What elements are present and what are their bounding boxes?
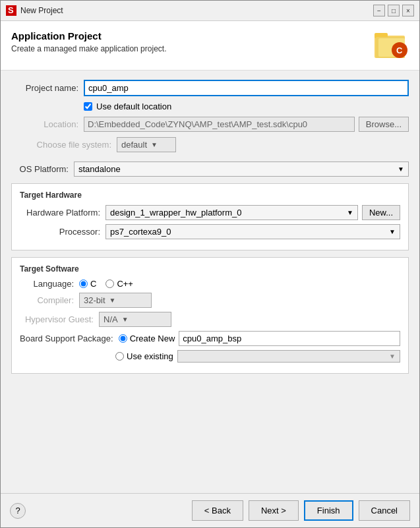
bsp-create-new-row: Board Support Package: Create New [20, 331, 400, 346]
target-software-section: Target Software Language: C C++ Com [11, 257, 409, 374]
hypervisor-arrow: ▼ [122, 316, 129, 323]
header-title: Application Project [11, 30, 166, 42]
filesystem-row: Choose file system: default ▼ [11, 137, 409, 152]
new-hardware-button[interactable]: New... [362, 205, 400, 220]
location-input [84, 117, 355, 132]
use-existing-arrow: ▼ [389, 353, 396, 360]
compiler-row: Compiler: 32-bit ▼ [20, 293, 400, 308]
language-c-option[interactable]: C [79, 279, 96, 289]
new-project-window: S New Project − □ × Application Project … [0, 0, 420, 528]
language-radio-group: C C++ [79, 279, 133, 289]
compiler-label: Compiler: [20, 295, 79, 305]
bsp-label: Board Support Package: [20, 334, 119, 343]
use-existing-label: Use existing [127, 351, 173, 361]
hardware-platform-label: Hardware Platform: [20, 208, 105, 218]
project-name-row: Project name: [11, 80, 409, 96]
compiler-arrow: ▼ [109, 297, 116, 304]
bsp-name-input[interactable] [179, 331, 400, 346]
hardware-platform-value: design_1_wrapper_hw_platform_0 [110, 208, 241, 218]
bsp-use-existing-row: Use existing ▼ [20, 350, 400, 363]
footer: ? < Back Next > Finish Cancel [1, 493, 419, 527]
language-cpp-option[interactable]: C++ [105, 279, 133, 289]
next-button[interactable]: Next > [249, 500, 299, 521]
os-platform-row: OS Platform: standalone ▼ [11, 161, 409, 177]
use-default-location-checkbox[interactable] [84, 102, 92, 111]
hypervisor-label: Hypervisor Guest: [20, 314, 99, 324]
filesystem-label: Choose file system: [11, 140, 117, 150]
language-cpp-radio[interactable] [105, 279, 114, 288]
content-area: Project name: Use default location Locat… [1, 71, 419, 493]
create-new-option[interactable]: Create New [119, 334, 175, 343]
header-left: Application Project Create a managed mak… [11, 30, 166, 53]
os-platform-value: standalone [78, 164, 121, 174]
hypervisor-row: Hypervisor Guest: N/A ▼ [20, 312, 400, 327]
filesystem-dropdown[interactable]: default ▼ [117, 137, 176, 152]
use-existing-dropdown[interactable]: ▼ [177, 350, 400, 363]
back-button[interactable]: < Back [192, 500, 243, 521]
create-new-label: Create New [130, 334, 175, 343]
project-name-input[interactable] [84, 80, 409, 96]
folder-c-icon: C [375, 30, 409, 62]
hypervisor-value: N/A [104, 314, 118, 324]
create-new-radio[interactable] [119, 334, 127, 343]
processor-arrow: ▼ [389, 228, 396, 235]
help-button[interactable]: ? [10, 503, 26, 519]
language-c-label: C [90, 279, 96, 289]
svg-text:C: C [396, 45, 403, 55]
use-existing-option[interactable]: Use existing [115, 351, 173, 361]
filesystem-value: default [121, 140, 147, 150]
target-hardware-section: Target Hardware Hardware Platform: desig… [11, 183, 409, 250]
language-row: Language: C C++ [20, 279, 400, 289]
header-icon-area: C [375, 30, 409, 62]
os-platform-dropdown[interactable]: standalone ▼ [74, 161, 409, 177]
header-section: Application Project Create a managed mak… [1, 21, 419, 71]
cancel-button[interactable]: Cancel [359, 500, 410, 521]
filesystem-dropdown-arrow: ▼ [151, 141, 158, 148]
processor-value: ps7_cortexa9_0 [110, 227, 171, 237]
target-software-title: Target Software [20, 264, 400, 274]
os-platform-arrow: ▼ [398, 165, 404, 173]
browse-button[interactable]: Browse... [359, 117, 409, 132]
processor-dropdown[interactable]: ps7_cortexa9_0 ▼ [105, 224, 400, 239]
hardware-platform-dropdown[interactable]: design_1_wrapper_hw_platform_0 ▼ [105, 205, 358, 220]
processor-label: Processor: [20, 227, 105, 237]
processor-row: Processor: ps7_cortexa9_0 ▼ [20, 224, 400, 239]
minimize-button[interactable]: − [373, 5, 385, 16]
window-title: New Project [20, 6, 373, 15]
hardware-platform-row: Hardware Platform: design_1_wrapper_hw_p… [20, 205, 400, 220]
hypervisor-dropdown[interactable]: N/A ▼ [99, 312, 171, 327]
use-default-location-label: Use default location [96, 102, 171, 111]
maximize-button[interactable]: □ [388, 5, 400, 16]
hw-platform-arrow: ▼ [347, 209, 353, 216]
language-cpp-label: C++ [117, 279, 133, 289]
finish-button[interactable]: Finish [304, 500, 353, 521]
close-button[interactable]: × [402, 5, 414, 16]
title-bar: S New Project − □ × [1, 1, 419, 21]
header-description: Create a managed make application projec… [11, 44, 166, 53]
language-c-radio[interactable] [79, 279, 88, 288]
use-existing-radio[interactable] [115, 352, 124, 361]
compiler-value: 32-bit [84, 295, 105, 305]
footer-buttons: < Back Next > Finish Cancel [192, 500, 410, 521]
window-controls: − □ × [373, 5, 414, 16]
svg-text:S: S [8, 6, 14, 15]
project-name-label: Project name: [11, 83, 84, 93]
default-location-row: Use default location [11, 102, 409, 111]
location-row: Location: Browse... [11, 117, 409, 132]
os-platform-label: OS Platform: [11, 164, 74, 174]
language-label: Language: [20, 279, 79, 289]
app-icon: S [6, 5, 16, 16]
compiler-dropdown[interactable]: 32-bit ▼ [79, 293, 152, 308]
target-hardware-title: Target Hardware [20, 191, 400, 200]
location-label: Location: [11, 119, 84, 129]
